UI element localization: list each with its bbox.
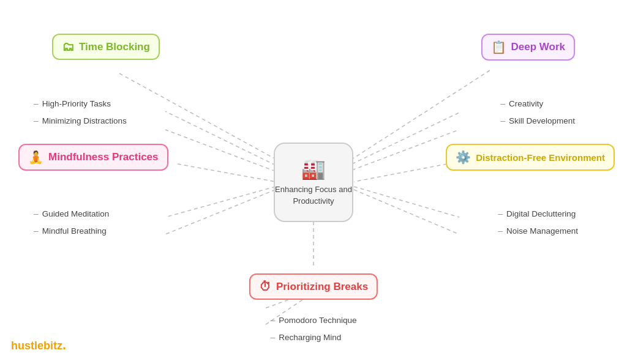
- sub-item-label: Guided Meditation: [42, 206, 110, 222]
- time-blocking-box: 🗂 Time Blocking: [52, 34, 160, 60]
- distraction-free-box: ⚙️ Distraction-Free Environment: [446, 144, 615, 171]
- sub-item-label: Mindful Breathing: [42, 223, 107, 239]
- svg-line-2: [165, 130, 276, 171]
- sub-item: Minimizing Distractions: [34, 112, 127, 129]
- sub-item: High-Priority Tasks: [34, 95, 127, 112]
- sub-item-label: Recharging Mind: [279, 329, 341, 346]
- logo-text1: hustle: [11, 340, 43, 352]
- center-node: 🏭 Enhancing Focus and Productivity: [274, 143, 353, 222]
- sub-item: Noise Management: [498, 222, 578, 239]
- mindfulness-subitems: Guided Meditation Mindful Breathing: [34, 205, 109, 239]
- sub-item: Mindful Breathing: [34, 222, 109, 239]
- sub-item: Digital Decluttering: [498, 205, 578, 222]
- factory-icon: 🏭: [301, 157, 326, 180]
- time-blocking-subitems: High-Priority Tasks Minimizing Distracti…: [34, 95, 127, 129]
- deep-work-label: Deep Work: [511, 41, 566, 53]
- sub-item-label: High-Priority Tasks: [42, 95, 111, 112]
- sub-item-label: Creativity: [509, 95, 543, 112]
- distraction-free-label: Distraction-Free Environment: [476, 152, 605, 163]
- svg-line-7: [165, 187, 276, 217]
- svg-line-9: [354, 164, 447, 182]
- logo-dot: .: [62, 337, 66, 352]
- time-blocking-label: Time Blocking: [79, 41, 150, 53]
- sub-item-label: Skill Development: [509, 113, 575, 129]
- sub-item-label: Minimizing Distractions: [42, 113, 127, 129]
- distraction-subitems: Digital Decluttering Noise Management: [498, 205, 578, 239]
- sub-item: Skill Development: [500, 112, 575, 129]
- svg-line-1: [165, 111, 276, 165]
- logo-text2: bitz: [43, 340, 62, 352]
- svg-line-11: [354, 190, 459, 234]
- breaks-box: ⏱ Prioritizing Breaks: [249, 273, 378, 300]
- sub-item-label: Digital Decluttering: [506, 206, 576, 222]
- breaks-subitems: Pomodoro Technique Recharging Mind: [270, 311, 356, 346]
- center-label: Enhancing Focus and Productivity: [275, 184, 352, 206]
- mindfulness-icon: 🧘: [28, 150, 43, 165]
- deep-work-box: 📋 Deep Work: [481, 34, 576, 61]
- sub-item: Guided Meditation: [34, 205, 109, 222]
- deep-work-subitems: Creativity Skill Development: [500, 95, 575, 129]
- breaks-icon: ⏱: [259, 280, 271, 294]
- svg-line-6: [178, 164, 276, 182]
- sub-item: Creativity: [500, 95, 575, 112]
- sub-item: Recharging Mind: [270, 329, 356, 346]
- mind-map-canvas: 🏭 Enhancing Focus and Productivity 🗂 Tim…: [0, 0, 627, 364]
- deep-work-icon: 📋: [491, 40, 506, 54]
- time-blocking-icon: 🗂: [62, 40, 74, 54]
- mindfulness-label: Mindfulness Practices: [48, 151, 159, 163]
- distraction-free-icon: ⚙️: [456, 150, 471, 165]
- mindfulness-box: 🧘 Mindfulness Practices: [18, 144, 168, 171]
- svg-line-10: [354, 187, 459, 217]
- svg-line-4: [352, 113, 459, 164]
- logo: hustlebitz.: [11, 337, 66, 353]
- svg-line-8: [165, 190, 276, 234]
- sub-item: Pomodoro Technique: [270, 311, 356, 329]
- sub-item-label: Pomodoro Technique: [279, 312, 356, 329]
- breaks-label: Prioritizing Breaks: [276, 281, 368, 293]
- sub-item-label: Noise Management: [506, 223, 578, 239]
- svg-line-5: [352, 130, 459, 170]
